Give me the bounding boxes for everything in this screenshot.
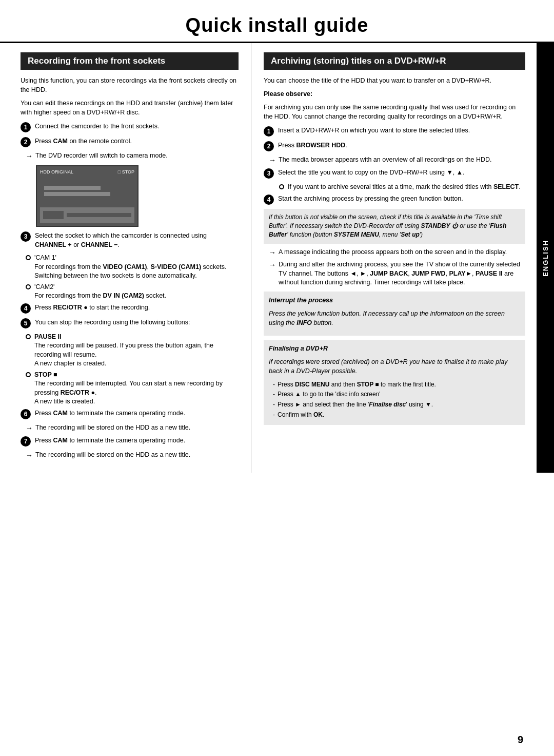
right-arrow-sym-a: → xyxy=(269,248,276,258)
cam2-dvin-bold: DV IN (CAM2) xyxy=(103,292,144,299)
right-step-1-content: Insert a DVD+RW/+R on which you want to … xyxy=(278,126,525,135)
interrupt-title: Interrupt the process xyxy=(269,296,520,305)
step-6-arrow: → The recording will be stored on the HD… xyxy=(26,423,239,434)
step-3-content: Select the socket to which the camcorder… xyxy=(35,231,239,249)
cam1-svideo-bold: S-VIDEO (CAM1) xyxy=(150,263,201,270)
step-2-arrow: → The DVD recorder will switch to camera… xyxy=(26,151,239,162)
step-2-content: Press CAM on the remote control. xyxy=(35,137,239,146)
right-step-num-3: 3 xyxy=(264,168,274,179)
step-7-arrow-text: The recording will be stored on the HDD … xyxy=(35,451,190,460)
bullet-circle-select xyxy=(279,184,284,189)
standby-bold: STANDBY xyxy=(421,222,450,229)
finalising-box: Finalising a DVD+R If recordings were st… xyxy=(264,340,525,425)
step-num-2: 2 xyxy=(21,137,31,147)
left-step-2: 2 Press CAM on the remote control. xyxy=(21,137,239,147)
screen-top-bar: HDD ORIGINAL □ STOP xyxy=(40,169,134,175)
left-step-7: 7 Press CAM to terminate the camera oper… xyxy=(21,436,239,447)
right-intro: You can choose the title of the HDD that… xyxy=(264,76,525,85)
interrupt-text: Press the yellow function button. If nec… xyxy=(269,309,520,327)
right-step-3-content: Select the title you want to copy on the… xyxy=(278,168,525,177)
step-2-arrow-text: The DVD recorder will switch to camera m… xyxy=(35,151,168,161)
step-6-arrow-text: The recording will be stored on the HDD … xyxy=(35,423,190,433)
left-step-5: 5 You can stop the recording using the f… xyxy=(21,318,239,328)
right-arrow-2: → During and after the archiving process… xyxy=(269,260,525,287)
ok-bold: OK xyxy=(313,411,323,418)
step-num-5: 5 xyxy=(21,318,31,328)
step-7-arrow: → The recording will be stored on the HD… xyxy=(26,451,239,461)
left-intro-2: You can edit these recordings on the HDD… xyxy=(21,99,239,117)
step-3-channel-minus: CHANNEL − xyxy=(81,241,118,248)
right-step-4: 4 Start the archiving process by pressin… xyxy=(264,194,525,205)
finalise-bullet-1: - Press DISC MENU and then STOP ■ to mar… xyxy=(273,380,520,389)
info-bold: INFO xyxy=(296,319,312,326)
jump-fwd-bold: JUMP FWD xyxy=(411,270,445,277)
bullet-circle-stop xyxy=(26,372,31,377)
step-7-cam: CAM xyxy=(53,437,67,444)
finalising-text: If recordings were stored (archived) on … xyxy=(269,357,520,376)
bullet-circle-pause xyxy=(26,334,31,339)
finalising-title: Finalising a DVD+R xyxy=(269,344,520,353)
finalise-bullet-2: - Press ▲ to go to the 'disc info screen… xyxy=(273,390,520,399)
page-title: Quick install guide xyxy=(0,14,554,36)
right-step-3-circle: If you want to archive several titles at… xyxy=(279,183,525,192)
step-num-1: 1 xyxy=(21,122,31,132)
please-observe-text: For archiving you can only use the same … xyxy=(264,103,525,121)
right-step-3: 3 Select the title you want to copy on t… xyxy=(264,168,525,179)
right-step-3-circle-text: If you want to archive several titles at… xyxy=(288,183,521,192)
right-arrow-2-text: During and after the archiving process, … xyxy=(279,260,525,287)
step-2-bold: CAM xyxy=(53,138,67,145)
right-step-num-2: 2 xyxy=(264,141,274,151)
camera-screen-image: HDD ORIGINAL □ STOP xyxy=(36,165,138,227)
bullet-circle-cam1 xyxy=(26,255,31,260)
step-4-recotr: REC/OTR xyxy=(53,304,82,311)
right-step-1: 1 Insert a DVD+RW/+R on which you want t… xyxy=(264,126,525,137)
step-4-content: Press REC/OTR ● to start the recording. xyxy=(35,303,239,312)
browser-hdd-bold: BROWSER HDD xyxy=(296,142,345,149)
left-step-4: 4 Press REC/OTR ● to start the recording… xyxy=(21,303,239,314)
right-step-2-arrow-text: The media browser appears with an overvi… xyxy=(279,156,491,165)
cam2-bullet: 'CAM2' For recordings from the DV IN (CA… xyxy=(26,283,239,301)
right-step-num-4: 4 xyxy=(264,195,274,205)
stop-bullet: STOP ■ The recording will be interrupted… xyxy=(26,371,239,406)
pause-content: PAUSE II The recording will be paused. I… xyxy=(34,333,239,369)
step-5-content: You can stop the recording using the fol… xyxy=(35,318,239,327)
left-step-6: 6 Press CAM to terminate the camera oper… xyxy=(21,409,239,419)
screen-text-left: HDD ORIGINAL xyxy=(40,169,73,175)
play-bold: PLAY► xyxy=(449,270,472,277)
cam2-label: 'CAM2' xyxy=(34,283,55,290)
bullet-circle-cam2 xyxy=(26,284,31,289)
cam1-bullet: 'CAM 1' For recordings from the VIDEO (C… xyxy=(26,254,239,281)
right-step-2-arrow: → The media browser appears with an over… xyxy=(269,156,525,166)
step-3-channel-plus: CHANNEL + xyxy=(35,241,72,248)
finalise-bullet-3: - Press ► and select then the line 'Fina… xyxy=(273,400,520,409)
right-arrow-sym-2: → xyxy=(269,156,276,166)
finalise-bullet-4: - Confirm with OK. xyxy=(273,411,520,419)
screen-text-right: □ STOP xyxy=(118,169,134,175)
please-observe-title: Please observe: xyxy=(264,89,525,99)
jump-back-bold: JUMP BACK xyxy=(370,270,408,277)
pause-label: PAUSE II xyxy=(34,333,62,340)
setup-bold: Set up xyxy=(401,231,420,238)
pause-bullet: PAUSE II The recording will be paused. I… xyxy=(26,333,239,369)
right-step-2: 2 Press BROWSER HDD. xyxy=(264,141,525,151)
screen-bottom xyxy=(40,207,134,223)
arrow-symbol-6: → xyxy=(26,423,33,434)
step-1-content: Connect the camcorder to the front socke… xyxy=(35,122,239,131)
left-section-title: Recording from the front sockets xyxy=(21,52,239,70)
right-arrow-1-text: A message indicating the process appears… xyxy=(279,248,507,257)
right-section-title: Archiving (storing) titles on a DVD+RW/+… xyxy=(264,52,525,70)
right-arrow-sym-b: → xyxy=(269,260,276,270)
finalise-disc-bold: Finalise disc xyxy=(369,401,406,408)
interrupt-box: Interrupt the process Press the yellow f… xyxy=(264,292,525,336)
step-num-7: 7 xyxy=(21,436,31,447)
note-box-text: If this button is not visible on the scr… xyxy=(269,214,506,239)
step-num-4: 4 xyxy=(21,303,31,314)
cam2-bullet-content: 'CAM2' For recordings from the DV IN (CA… xyxy=(34,283,166,301)
pause2-bold: PAUSE II xyxy=(476,270,503,277)
cam1-label: 'CAM 1' xyxy=(34,254,56,261)
arrow-symbol: → xyxy=(26,151,33,162)
page-header: Quick install guide xyxy=(0,0,554,43)
language-label: ENGLISH xyxy=(542,240,549,277)
left-column: Recording from the front sockets Using t… xyxy=(0,43,251,473)
cam1-bullet-content: 'CAM 1' For recordings from the VIDEO (C… xyxy=(34,254,226,281)
